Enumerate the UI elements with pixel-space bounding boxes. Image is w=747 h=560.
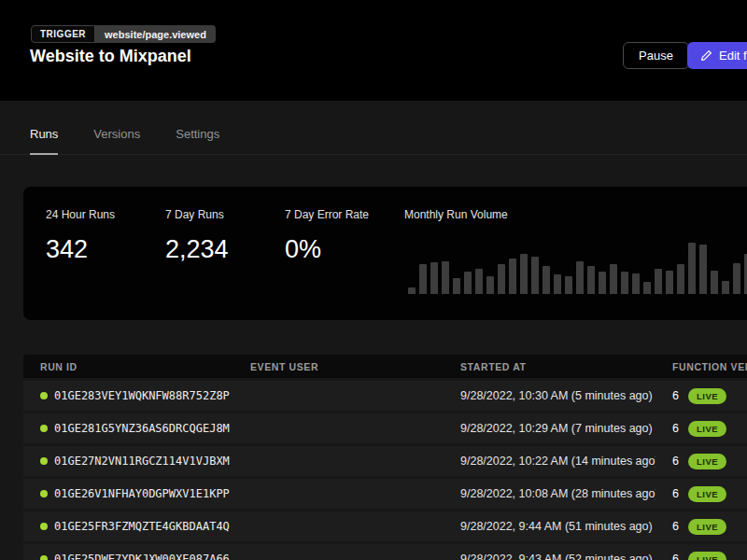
stat-value: 2,234 bbox=[165, 235, 229, 264]
stat-value: 0% bbox=[285, 235, 321, 264]
started-at: 9/28/2022, 10:08 AM (28 minutes ago) bbox=[444, 487, 655, 500]
stat-label: 24 Hour Runs bbox=[46, 208, 115, 221]
started-at: 9/28/2022, 10:22 AM (14 minutes ago) bbox=[444, 455, 655, 468]
run-status-dot bbox=[40, 425, 48, 432]
stat-label: 7 Day Error Rate bbox=[285, 208, 369, 221]
function-version: 6 bbox=[672, 389, 679, 402]
run-status-dot bbox=[40, 523, 48, 530]
tab-versions[interactable]: Versions bbox=[93, 127, 140, 155]
chart-bar bbox=[655, 269, 662, 294]
chart-bar bbox=[632, 273, 640, 294]
function-version: 6 bbox=[672, 553, 679, 560]
function-version: 6 bbox=[672, 455, 679, 468]
pause-button[interactable]: Pause bbox=[623, 42, 689, 69]
started-at: 9/28/2022, 9:44 AM (51 minutes ago) bbox=[444, 520, 655, 533]
chart-bar bbox=[576, 261, 584, 294]
live-badge: LIVE bbox=[688, 519, 726, 535]
live-badge: LIVE bbox=[688, 552, 726, 560]
stat-label: 7 Day Runs bbox=[165, 208, 224, 221]
chart-bar bbox=[509, 259, 516, 294]
run-id: 01GE26V1NFHAY0DGPWXV1E1KPP bbox=[54, 487, 230, 500]
chart-bar bbox=[711, 271, 718, 294]
chart-bar bbox=[453, 278, 460, 294]
chart-bar bbox=[430, 262, 438, 294]
run-id: 01GE27N2VN11RGCZ114V1VJBXM bbox=[54, 455, 230, 468]
trigger-badge: TRIGGER bbox=[31, 25, 95, 43]
table-row[interactable]: 01GE281G5YNZ36AS6DRCQGEJ8M 9/28/2022, 10… bbox=[23, 413, 747, 443]
started-at: 9/28/2022, 10:30 AM (5 minutes ago) bbox=[444, 389, 655, 402]
table-header-row: RUN ID EVENT USER STARTED AT FUNCTION VE… bbox=[23, 355, 747, 378]
header-cell-function-version: FUNCTION VERSION bbox=[655, 361, 747, 372]
chart-bar bbox=[610, 264, 617, 294]
pencil-icon bbox=[700, 49, 712, 62]
table-row[interactable]: 01GE283VEY1WQKNFW88R752Z8P 9/28/2022, 10… bbox=[23, 381, 747, 411]
chart-bar bbox=[677, 264, 684, 294]
header-cell-started-at: STARTED AT bbox=[444, 361, 655, 372]
chart-bar bbox=[498, 264, 505, 294]
chart-bars bbox=[408, 243, 747, 294]
trigger-badge-group: TRIGGER website/page.viewed bbox=[31, 25, 216, 43]
function-version: 6 bbox=[672, 422, 679, 435]
app-header: TRIGGER website/page.viewed Website to M… bbox=[0, 0, 747, 101]
header-cell-event-user: EVENT USER bbox=[233, 361, 444, 372]
live-badge: LIVE bbox=[688, 486, 726, 502]
run-status-dot bbox=[40, 392, 48, 399]
stat-value: 342 bbox=[46, 235, 88, 264]
edit-function-button[interactable]: Edit function bbox=[687, 42, 747, 69]
run-status-dot bbox=[40, 457, 48, 465]
stats-card: 24 Hour Runs 342 7 Day Runs 2,234 7 Day … bbox=[23, 187, 747, 320]
function-version: 6 bbox=[672, 487, 679, 500]
run-status-dot bbox=[40, 555, 48, 560]
trigger-event-badge[interactable]: website/page.viewed bbox=[95, 25, 216, 43]
chart-bar bbox=[666, 271, 673, 294]
chart-bar bbox=[688, 243, 696, 294]
page-title: Website to Mixpanel bbox=[30, 47, 191, 66]
chart-bar bbox=[587, 266, 595, 294]
chart-bar bbox=[486, 276, 494, 294]
chart-bar bbox=[520, 254, 528, 294]
run-id: 01GE281G5YNZ36AS6DRCQGEJ8M bbox=[54, 422, 230, 435]
chart-bar bbox=[475, 269, 483, 294]
tab-runs[interactable]: Runs bbox=[30, 127, 58, 155]
chart-bar bbox=[543, 266, 550, 294]
chart-bar bbox=[722, 281, 729, 294]
live-badge: LIVE bbox=[688, 388, 726, 404]
tab-bar: RunsVersionsSettings bbox=[0, 101, 747, 155]
chart-bar bbox=[565, 276, 572, 294]
chart-bar bbox=[699, 245, 707, 294]
chart-title: Monthly Run Volume bbox=[404, 208, 508, 221]
chart-bar bbox=[599, 272, 606, 294]
chart-bar bbox=[419, 264, 427, 294]
header-cell-run-id: RUN ID bbox=[23, 361, 233, 372]
chart-bar bbox=[643, 282, 651, 294]
started-at: 9/28/2022, 10:29 AM (7 minutes ago) bbox=[444, 422, 655, 435]
chart-bar bbox=[733, 263, 740, 294]
chart-bar bbox=[531, 257, 539, 294]
run-volume-chart: Monthly Run Volume bbox=[404, 187, 747, 320]
chart-bar bbox=[621, 272, 628, 294]
table-row[interactable]: 01GE26V1NFHAY0DGPWXV1E1KPP 9/28/2022, 10… bbox=[23, 479, 747, 509]
run-status-dot bbox=[40, 490, 48, 497]
tab-settings[interactable]: Settings bbox=[176, 127, 219, 155]
table-row[interactable]: 01GE27N2VN11RGCZ114V1VJBXM 9/28/2022, 10… bbox=[23, 446, 747, 476]
chart-bar bbox=[442, 261, 449, 294]
table-row[interactable]: 01GE25FR3FZMQZTE4GKBDAAT4Q 9/28/2022, 9:… bbox=[23, 511, 747, 541]
live-badge: LIVE bbox=[688, 421, 726, 437]
run-id: 01GE283VEY1WQKNFW88R752Z8P bbox=[54, 389, 230, 402]
chart-bar bbox=[408, 287, 416, 294]
chart-bar bbox=[554, 274, 561, 294]
run-id: 01GE25FR3FZMQZTE4GKBDAAT4Q bbox=[54, 520, 230, 533]
run-id: 01GE25DWE7YDKJXW00XE087A66 bbox=[54, 553, 230, 560]
live-badge: LIVE bbox=[688, 454, 726, 469]
edit-function-label: Edit function bbox=[719, 49, 747, 63]
runs-table: RUN ID EVENT USER STARTED AT FUNCTION VE… bbox=[23, 355, 747, 560]
chart-bar bbox=[464, 272, 472, 294]
table-row[interactable]: 01GE25DWE7YDKJXW00XE087A66 9/28/2022, 9:… bbox=[23, 544, 747, 560]
started-at: 9/28/2022, 9:43 AM (52 minutes ago) bbox=[444, 553, 655, 560]
function-version: 6 bbox=[672, 520, 679, 533]
